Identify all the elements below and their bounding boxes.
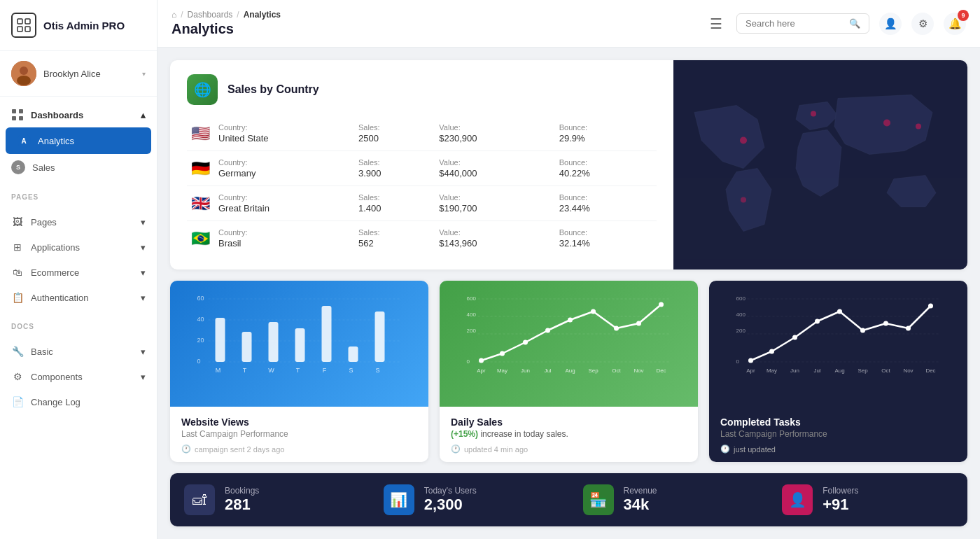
svg-point-5 [20,66,28,75]
sidebar-item-analytics[interactable]: A Analytics [6,127,151,154]
completed-tasks-card: 600 400 200 0 [709,281,967,462]
svg-text:Nov: Nov [634,368,643,374]
sidebar-item-sales[interactable]: S Sales [0,154,157,181]
sidebar-item-dashboards[interactable]: Dashboards ▴ [0,102,157,127]
sales-cell: Sales: 2500 [354,116,435,151]
website-views-title: Website Views [181,416,417,428]
search-input[interactable] [746,18,844,29]
stat-icon-box: 🏪 [583,484,614,515]
country-cell: Country: Great Britain [214,186,354,221]
line-chart-dark-svg: 600 400 200 0 [720,292,956,376]
website-views-bottom: Website Views Last Campaign Performance … [170,407,428,462]
sidebar-item-ecommerce[interactable]: 🛍 Ecommerce ▾ [0,260,157,285]
sidebar-item-pages[interactable]: 🖼 Pages ▾ [0,209,157,234]
svg-rect-2 [18,27,22,31]
table-row: 🇬🇧 Country: Great Britain Sales: 1.400 V… [187,186,657,221]
stat-label: Followers [822,486,858,496]
sidebar-item-components[interactable]: ⚙ Components ▾ [0,364,157,389]
sales-badge: S [11,160,25,174]
stat-item: 👤 Followers +91 [768,473,967,526]
sidebar-item-basic[interactable]: 🔧 Basic ▾ [0,339,157,364]
svg-text:W: W [268,367,274,374]
svg-text:S: S [375,367,379,374]
user-name: Brooklyn Alice [43,69,135,79]
notifications-button[interactable]: 🔔 9 [944,13,966,35]
stat-value: 34k [624,496,657,514]
logo-text: Otis Admin PRO [43,20,125,31]
docs-nav-section: 🔧 Basic ▾ ⚙ Components ▾ 📄 Change Log [0,333,157,420]
header-left: ⌂ / Dashboards / Analytics Analytics [172,10,701,37]
svg-point-78 [860,328,865,333]
svg-text:400: 400 [467,312,477,318]
changelog-label: Change Log [31,397,80,407]
daily-sales-highlight: (+15%) [451,429,478,439]
svg-text:Aug: Aug [565,368,575,374]
svg-rect-8 [19,109,23,113]
stat-item: 🛋 Bookings 281 [170,473,370,526]
sidebar-logo: Otis Admin PRO [0,0,157,51]
completed-tasks-bottom: Completed Tasks Last Campaign Performanc… [709,407,967,462]
stat-value: 281 [225,496,259,514]
stat-label: Today's Users [424,486,477,496]
analytics-label: Analytics [38,136,74,146]
sidebar-user[interactable]: Brooklyn Alice ▾ [0,51,157,97]
svg-text:0: 0 [197,358,201,365]
svg-point-81 [928,304,933,309]
website-views-card: 60 40 20 0 [170,281,428,462]
user-icon: 👤 [884,18,897,30]
svg-text:Jun: Jun [521,368,530,374]
svg-point-76 [815,319,820,324]
svg-point-77 [837,309,842,314]
components-chevron-icon: ▾ [141,372,146,382]
pages-label: Pages [31,217,57,227]
settings-button[interactable]: ⚙ [911,13,934,35]
stat-info: Followers +91 [822,486,858,514]
stat-value: 2,300 [424,496,477,514]
sidebar-item-changelog[interactable]: 📄 Change Log [0,389,157,414]
globe-icon-box: 🌐 [187,74,218,105]
svg-text:Sep: Sep [588,368,598,374]
svg-text:Dec: Dec [925,368,935,374]
search-box[interactable]: 🔍 [736,13,869,34]
world-map [673,60,967,270]
bounce-cell: Bounce: 32.14% [555,221,657,256]
svg-point-73 [748,358,753,363]
page-title: Analytics [172,21,701,37]
sidebar-item-authentication[interactable]: 📋 Authentication ▾ [0,285,157,310]
applications-icon: ⊞ [11,241,24,253]
svg-rect-3 [25,27,30,31]
completed-tasks-subtitle: Last Campaign Performance [720,429,956,439]
user-chevron-icon: ▾ [142,70,146,78]
user-profile-button[interactable]: 👤 [879,13,902,35]
svg-point-55 [659,302,664,307]
content-area: 🌐 Sales by Country 🇺🇸 Country: United St… [158,48,980,539]
breadcrumb: ⌂ / Dashboards / Analytics [172,10,701,20]
sidebar-item-applications[interactable]: ⊞ Applications ▾ [0,234,157,260]
svg-text:Dec: Dec [656,368,666,374]
stat-icon-box: 📊 [384,484,414,515]
value-cell: Value: $143,960 [435,221,554,256]
applications-label: Applications [31,242,80,253]
svg-text:0: 0 [467,358,470,365]
sales-country-title: Sales by Country [227,83,319,96]
components-icon: ⚙ [11,370,24,383]
completed-tasks-chart: 600 400 200 0 [709,281,967,407]
svg-point-16 [741,197,746,203]
svg-text:May: May [497,368,507,374]
pages-icon: 🖼 [11,216,24,228]
card-header: 🌐 Sales by Country [187,74,657,105]
country-flag: 🇩🇪 [187,151,214,186]
daily-sales-footer: 🕐 updated 4 min ago [451,444,687,454]
country-cell: Country: United State [214,116,354,151]
country-cell: Country: Germany [214,151,354,186]
svg-point-48 [500,351,505,356]
pages-chevron-icon: ▾ [141,217,146,227]
svg-point-74 [769,349,774,354]
svg-text:T: T [243,367,247,374]
stat-info: Revenue 34k [624,486,657,514]
svg-text:20: 20 [197,337,204,344]
svg-point-51 [568,318,573,323]
svg-rect-9 [12,116,16,120]
country-cell: Country: Brasil [214,221,354,256]
hamburger-icon[interactable]: ☰ [710,15,722,32]
